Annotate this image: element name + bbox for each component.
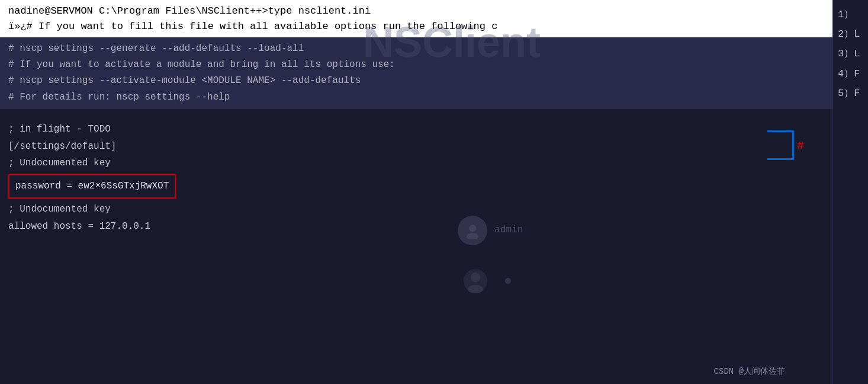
comment-line-3: # nscp settings --activate-module <MODUL… <box>8 73 824 89</box>
sidebar-item-3: 3）L <box>833 44 868 63</box>
password-line: password = ew2×6SsGTxjRwXOT <box>8 174 176 199</box>
red-hash-decoration: # <box>797 139 804 153</box>
header-comment-line: ï»¿# If you want to fill this file with … <box>8 21 497 32</box>
svg-point-3 <box>468 285 483 293</box>
sidebar-item-2: 2）L <box>833 24 868 44</box>
right-sidebar: 1） 2）L 3）L 4）F 5）F <box>832 0 868 384</box>
svg-point-1 <box>467 233 478 239</box>
avatar-area: admin <box>458 216 523 245</box>
sidebar-item-1: 1） <box>833 5 868 24</box>
comment-line-4: # For details run: nscp settings --help <box>8 89 824 105</box>
sidebar-item-4: 4）F <box>833 64 868 84</box>
comment-block: # nscp settings --generate --add-default… <box>0 37 832 109</box>
terminal-body: ; in flight - TODO [/settings/default] ;… <box>0 109 832 247</box>
comment-line-1: # nscp settings --generate --add-default… <box>8 41 824 57</box>
terminal-window: nadine@SERVMON C:\Program Files\NSClient… <box>0 0 868 384</box>
prompt-line: nadine@SERVMON C:\Program Files\NSClient… <box>8 5 371 17</box>
avatar-circle2 <box>464 269 487 293</box>
avatar-icon <box>458 216 487 245</box>
sidebar-item-5: 5）F <box>833 84 868 103</box>
comment-line-2: # If you want to activate a module and b… <box>8 57 824 73</box>
svg-point-2 <box>471 273 480 282</box>
body-line-2: [/settings/default] <box>8 138 824 155</box>
admin-label: admin <box>494 222 523 239</box>
undocumented-key-label-1: ; Undocumented key <box>8 155 824 172</box>
terminal-main: nadine@SERVMON C:\Program Files\NSClient… <box>0 0 832 384</box>
body-line-1: ; in flight - TODO <box>8 121 824 138</box>
terminal-header: nadine@SERVMON C:\Program Files\NSClient… <box>0 0 832 37</box>
svg-point-0 <box>469 225 476 232</box>
allowed-hosts-line: allowed hosts = 127.0.0.1 <box>8 218 824 235</box>
credit-label: CSDN @人间体佐菲 <box>714 366 785 377</box>
decorative-dot <box>505 278 511 284</box>
blue-bracket-decoration <box>767 130 794 160</box>
undocumented-key-label-2: ; Undocumented key <box>8 201 824 218</box>
